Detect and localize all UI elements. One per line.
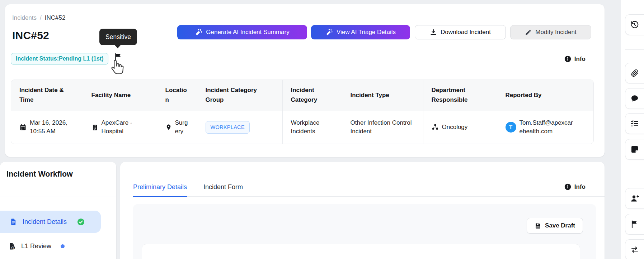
cell-location: Surgery	[157, 111, 197, 144]
reporter-email: Tom.Staff@apexcarehealth.com	[520, 119, 574, 136]
location-value: Surgery	[175, 119, 189, 136]
info-icon	[564, 183, 572, 191]
form-section-placeholder	[142, 244, 580, 259]
column-header-department: Department Responsible	[423, 80, 497, 111]
column-header-facility: Facility Name	[83, 80, 157, 111]
sensitive-flag-button[interactable]	[113, 52, 124, 63]
pencil-icon	[525, 29, 532, 36]
reporter-avatar: T	[506, 122, 516, 133]
flag-button[interactable]	[625, 214, 644, 235]
note-icon	[630, 145, 639, 154]
workflow-item-label: Incident Details	[23, 218, 67, 226]
check-circle-icon	[77, 218, 85, 226]
magic-wand-icon	[325, 29, 333, 36]
download-icon	[430, 29, 437, 36]
cell-type: Other Infection Control Incident	[342, 111, 423, 144]
tab-info-button[interactable]: Info	[564, 183, 586, 191]
workflow-divider	[0, 197, 116, 197]
generate-ai-summary-label: Generate AI Incident Summary	[206, 29, 289, 36]
column-header-reported-by: Reported By	[497, 80, 594, 111]
column-header-datetime: Incident Date & Time	[11, 80, 83, 111]
rail-divider	[625, 175, 644, 175]
save-icon	[535, 222, 541, 229]
incident-type-value: Other Infection Control Incident	[351, 119, 412, 135]
column-header-type: Incident Type	[342, 80, 423, 111]
comment-icon	[630, 94, 639, 103]
header-info-label: Info	[574, 56, 586, 63]
assign-user-button[interactable]	[625, 188, 644, 209]
view-ai-triage-label: View AI Triage Details	[337, 29, 396, 36]
right-tool-rail	[621, 0, 644, 259]
in-progress-dot	[61, 244, 65, 248]
breadcrumb-current: INC#52	[45, 14, 66, 21]
incident-datetime-value: Mar 16, 2026, 10:55 AM	[30, 119, 75, 136]
incident-page: Incidents/INC#52 INC#52 Incident Status:…	[0, 0, 644, 259]
swap-arrows-icon	[630, 245, 639, 254]
table-row: Mar 16, 2026, 10:55 AM ApexCare - Hospit…	[11, 111, 594, 144]
transfer-button[interactable]	[625, 239, 644, 259]
workflow-title: Incident Workflow	[6, 170, 73, 179]
breadcrumb-separator: /	[40, 14, 42, 21]
save-draft-label: Save Draft	[545, 222, 575, 229]
cell-datetime: Mar 16, 2026, 10:55 AM	[11, 111, 83, 144]
category-group-badge: WORKPLACE	[206, 121, 250, 134]
breadcrumb-incidents[interactable]: Incidents	[12, 14, 37, 21]
cell-reported-by: T Tom.Staff@apexcarehealth.com	[497, 111, 594, 144]
column-header-location: Location	[157, 80, 197, 111]
incident-workflow-panel: Incident Workflow Incident Details ? L1 …	[0, 162, 116, 259]
tab-preliminary-details[interactable]: Preliminary Details	[133, 183, 187, 197]
department-value: Oncology	[442, 123, 468, 132]
tab-incident-form[interactable]: Incident Form	[203, 183, 243, 197]
paperclip-icon	[630, 69, 639, 77]
cell-category: Workplace Incidents	[282, 111, 342, 144]
incident-detail-panel: Preliminary Details Incident Form Info S…	[120, 162, 605, 259]
header-info-button[interactable]: Info	[564, 55, 586, 63]
breadcrumb: Incidents/INC#52	[12, 14, 65, 21]
generate-ai-summary-button[interactable]: Generate AI Incident Summary	[177, 25, 307, 39]
incident-summary-table: Incident Date & Time Facility Name Locat…	[11, 80, 594, 144]
sensitive-tooltip: Sensitive	[99, 29, 137, 45]
incident-status-badge: Incident Status:Pending L1 (1st)	[11, 53, 108, 64]
column-header-category-group: Incident Category Group	[197, 80, 282, 111]
download-incident-label: Download Incident	[441, 29, 491, 36]
magic-wand-icon	[195, 29, 202, 36]
sitemap-icon	[432, 124, 439, 131]
cell-facility: ApexCare - Hospital	[83, 111, 157, 144]
checklist-button[interactable]	[625, 113, 644, 134]
cell-department: Oncology	[423, 111, 497, 144]
modify-incident-label: Modify Incident	[535, 29, 576, 36]
attachments-button[interactable]	[625, 63, 644, 83]
flag-icon	[114, 53, 123, 62]
svg-text:?: ?	[13, 246, 14, 249]
incident-category-value: Workplace Incidents	[291, 119, 320, 135]
document-icon	[10, 218, 17, 226]
column-header-category: Incident Category	[282, 80, 342, 111]
workflow-item-incident-details[interactable]: Incident Details	[0, 211, 101, 233]
document-question-icon: ?	[8, 243, 16, 250]
notes-button[interactable]	[625, 139, 644, 160]
building-icon	[91, 124, 98, 131]
flag-icon	[630, 220, 639, 229]
workflow-item-label: L1 Review	[21, 243, 51, 250]
checklist-icon	[630, 119, 639, 128]
rail-divider	[625, 49, 644, 50]
table-header-row: Incident Date & Time Facility Name Locat…	[11, 80, 594, 111]
tab-info-label: Info	[574, 183, 586, 191]
incident-header-card: Incidents/INC#52 INC#52 Incident Status:…	[5, 4, 605, 157]
download-incident-button[interactable]: Download Incident	[415, 25, 506, 39]
history-icon	[630, 20, 639, 29]
comments-button[interactable]	[625, 88, 644, 109]
person-add-icon	[630, 194, 639, 203]
tabs-bar: Preliminary Details Incident Form	[133, 177, 605, 197]
save-draft-button[interactable]: Save Draft	[527, 218, 583, 234]
calendar-icon	[19, 124, 27, 131]
facility-name-value: ApexCare - Hospital	[102, 119, 149, 136]
cell-category-group: WORKPLACE	[197, 111, 282, 144]
preliminary-details-panel: Save Draft	[133, 204, 596, 259]
view-ai-triage-button[interactable]: View AI Triage Details	[311, 25, 410, 39]
workflow-item-l1-review[interactable]: ? L1 Review	[0, 233, 101, 259]
info-icon	[564, 55, 572, 63]
modify-incident-button[interactable]: Modify Incident	[510, 25, 591, 39]
history-button[interactable]	[625, 14, 644, 35]
map-pin-icon	[165, 124, 172, 130]
